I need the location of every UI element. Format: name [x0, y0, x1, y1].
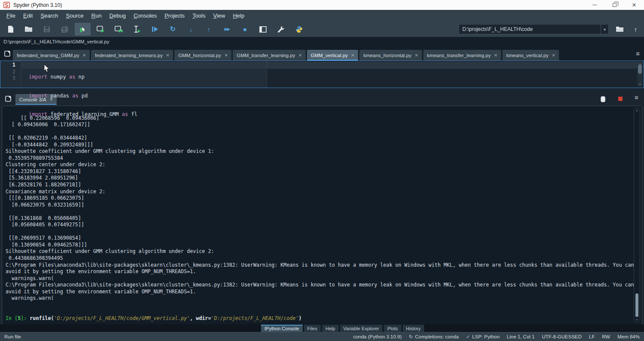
lsp-check-icon: ✓ [466, 334, 470, 340]
code-editor[interactable]: 1 2 3 import numpy as np import pandas a… [0, 61, 644, 88]
status-bar: Run file conda (Python 3.10.9) ↻ Complet… [0, 332, 644, 341]
editor-scrollbar-thumb[interactable] [638, 64, 642, 74]
status-lsp[interactable]: LSP: Python [472, 334, 500, 339]
pane-tab-files[interactable]: Files [304, 325, 321, 332]
pane-tab-plots[interactable]: Plots [384, 325, 401, 332]
status-completions[interactable]: Completions: conda [415, 334, 459, 339]
title-bar: Spyder (Python 3.10) × [0, 0, 644, 10]
menu-projects[interactable]: Projects [161, 11, 188, 21]
close-button[interactable]: × [624, 0, 644, 10]
interrupt-kernel-button[interactable] [618, 97, 623, 101]
code-line-3: import federated_learning_GMM as fl [29, 111, 137, 118]
debug-file-icon [152, 26, 158, 32]
pane-tab-bar: IPython Console Files Help Variable Expl… [0, 324, 644, 332]
code-line-1: import numpy as np [29, 74, 137, 81]
breadcrumb: D:\projects\F_L_HEALTH\code\GMM_vertical… [0, 37, 644, 46]
console-scrollbar[interactable]: ▲ ▼ [634, 108, 640, 323]
step-into-button[interactable]: ↓ [183, 23, 199, 36]
console-options-menu-icon[interactable]: ≡ [635, 94, 638, 101]
tab-gmm-vertical[interactable]: GMM_vertical.py× [307, 50, 358, 61]
tab-gmm-horizontal[interactable]: GMM_horizontal.py× [174, 50, 231, 61]
new-file-button[interactable] [3, 23, 18, 36]
stop-icon: ■ [243, 27, 247, 32]
menu-tools[interactable]: Tools [188, 11, 209, 21]
tab-federated-learning-kmeans[interactable]: federated_learning_kmeans.py× [91, 50, 173, 61]
preferences-button[interactable] [273, 23, 289, 36]
browse-consoles-button[interactable] [3, 93, 14, 104]
run-selection-button[interactable] [129, 23, 145, 36]
browse-working-directory-button[interactable] [612, 23, 628, 36]
save-button[interactable] [39, 23, 55, 36]
tab-close-icon[interactable]: × [298, 52, 301, 58]
tab-gmm-transfer-learning[interactable]: GMM_transfer_learning.py× [233, 50, 305, 61]
tab-kmeans-horizontal[interactable]: kmeans_horizontal.py× [359, 50, 422, 61]
tab-kmeans-transfer-learning[interactable]: kmeans_transfer_learning.py× [423, 50, 501, 61]
pane-tab-variable-explorer[interactable]: Variable Explorer [340, 325, 383, 332]
step-return-icon: ↑ [207, 26, 211, 33]
remove-variables-button[interactable] [600, 96, 606, 104]
line-number: 1 [12, 62, 15, 69]
debug-file-button[interactable] [147, 23, 163, 36]
minimize-button[interactable] [585, 0, 605, 10]
open-file-button[interactable] [21, 23, 36, 36]
status-encoding: UTF-8-GUESSED [542, 334, 582, 339]
pane-tab-ipython-console[interactable]: IPython Console [261, 325, 303, 332]
ipython-console[interactable]: [[ 0.22068596 0.09436006] [ 0.09436006 0… [2, 106, 642, 325]
console-scrollbar-thumb[interactable] [635, 293, 638, 317]
working-directory-combobox[interactable]: D:\projects\F_L_HEALTH\code ▾ [459, 24, 609, 34]
continue-button[interactable]: ▶▶ [219, 23, 235, 36]
python-path-manager-button[interactable] [291, 23, 307, 36]
parent-directory-button[interactable]: ↑ [628, 23, 644, 36]
tab-federated-learning-gmm[interactable]: federated_learning_GMM.py× [13, 50, 90, 61]
run-file-button[interactable]: ▶ [75, 23, 91, 36]
menu-consoles[interactable]: Consoles [130, 11, 161, 21]
pane-tab-history[interactable]: History [403, 325, 424, 332]
maximize-pane-button[interactable] [255, 23, 271, 36]
working-directory-dropdown-icon[interactable]: ▾ [601, 24, 608, 34]
line-number-gutter: 1 2 3 [0, 61, 21, 88]
editor-scrollbar[interactable]: ▲ ▼ [637, 62, 643, 87]
status-memory: Mem 84% [617, 334, 640, 339]
editor-options-menu-icon[interactable]: ≡ [636, 50, 640, 57]
status-interpreter[interactable]: conda (Python 3.10.9) [353, 334, 401, 339]
menu-debug[interactable]: Debug [106, 11, 130, 21]
working-directory-value: D:\projects\F_L_HEALTH\code [459, 26, 601, 32]
code-line-2: import pandas as pd [29, 93, 137, 100]
line-number: 3 [12, 75, 15, 82]
line-number: 2 [12, 69, 15, 76]
pointer-icon [82, 27, 86, 33]
spyder-logo-icon [3, 2, 10, 8]
python-logo-icon [295, 26, 303, 33]
tab-kmeans-vertical[interactable]: kmeans_vertical.py× [502, 50, 559, 61]
tab-close-icon[interactable]: × [415, 52, 418, 58]
menu-help[interactable]: Help [229, 11, 248, 21]
menu-search[interactable]: Search [36, 11, 62, 21]
menu-file[interactable]: File [3, 11, 19, 21]
tab-close-icon[interactable]: × [225, 52, 228, 58]
run-cell-advance-button[interactable] [111, 23, 127, 36]
stop-button[interactable]: ■ [237, 23, 253, 36]
rerun-cell-button[interactable]: ↻ [165, 23, 181, 36]
save-all-button[interactable] [57, 23, 73, 36]
pane-tab-help[interactable]: Help [322, 325, 339, 332]
window-title: Spyder (Python 3.10) [13, 2, 62, 8]
save-icon [43, 26, 50, 33]
tab-close-icon[interactable]: × [83, 52, 86, 58]
up-directory-icon: ↑ [634, 26, 638, 33]
tab-close-icon[interactable]: × [494, 52, 497, 58]
tab-close-icon[interactable]: × [166, 52, 169, 58]
menu-run[interactable]: Run [88, 11, 106, 21]
run-cell-button[interactable] [93, 23, 109, 36]
console-prompt-line: In [5]: runfile('D:/projects/F_L_HEALTH/… [6, 315, 635, 322]
menu-source[interactable]: Source [62, 11, 88, 21]
close-icon: × [632, 1, 636, 9]
restore-button[interactable] [605, 0, 624, 10]
run-cell-icon [97, 26, 105, 33]
tab-close-icon[interactable]: × [351, 52, 354, 58]
menu-edit[interactable]: Edit [19, 11, 36, 21]
tab-close-icon[interactable]: × [552, 52, 555, 58]
browse-tabs-button[interactable] [2, 48, 13, 59]
menu-view[interactable]: View [209, 11, 229, 21]
restore-icon [613, 3, 617, 7]
step-return-button[interactable]: ↑ [201, 23, 217, 36]
